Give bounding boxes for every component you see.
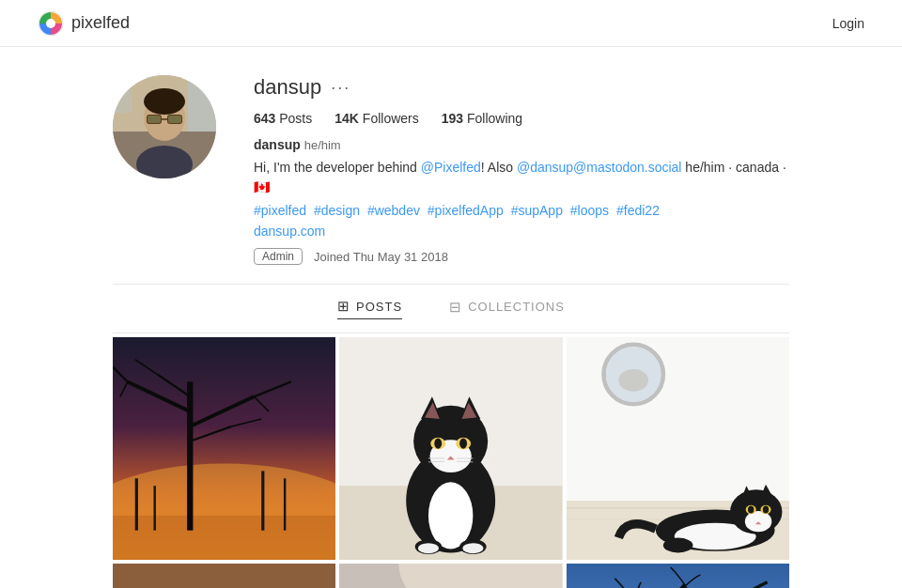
tag-webdev[interactable]: #webdev <box>367 203 420 218</box>
profile-stats: 643 Posts 14K Followers 193 Following <box>254 111 789 126</box>
admin-badge: Admin <box>254 248 303 265</box>
profile-options-button[interactable]: ··· <box>331 78 350 98</box>
profile-meta: Admin Joined Thu May 31 2018 <box>254 248 789 265</box>
svg-rect-31 <box>154 486 156 530</box>
tag-pixelfed[interactable]: #pixelfed <box>254 203 306 218</box>
svg-point-35 <box>428 482 473 549</box>
tag-fedi22[interactable]: #fedi22 <box>616 203 660 218</box>
photo-grid <box>113 337 789 588</box>
svg-point-53 <box>418 543 439 553</box>
login-button[interactable]: Login <box>832 16 864 31</box>
svg-rect-17 <box>187 381 193 530</box>
svg-rect-10 <box>168 116 181 123</box>
collections-icon: ⊟ <box>449 299 462 316</box>
svg-point-71 <box>763 506 769 514</box>
profile-header: dansup ··· 643 Posts 14K Followers 193 F… <box>113 75 789 285</box>
svg-point-44 <box>435 439 443 449</box>
tab-posts[interactable]: ⊞ POSTS <box>337 298 402 319</box>
svg-point-45 <box>459 439 467 449</box>
profile-info: dansup ··· 643 Posts 14K Followers 193 F… <box>254 75 789 265</box>
profile-display-name: dansup he/him <box>254 137 789 152</box>
tag-pixelfedapp[interactable]: #pixelfedApp <box>428 203 504 218</box>
svg-point-58 <box>618 369 648 392</box>
profile-tags: #pixelfed #design #webdev #pixelfedApp #… <box>254 203 789 218</box>
mastodon-mention-link[interactable]: @dansup@mastodon.social <box>517 160 682 175</box>
svg-point-70 <box>748 506 754 514</box>
svg-rect-16 <box>113 516 335 560</box>
profile-container: dansup ··· 643 Posts 14K Followers 193 F… <box>94 47 808 588</box>
svg-rect-13 <box>113 75 132 113</box>
profile-pronouns: he/him <box>304 138 341 152</box>
svg-rect-30 <box>135 478 138 530</box>
tag-supapp[interactable]: #supApp <box>511 203 563 218</box>
grid-item-4[interactable] <box>113 564 335 588</box>
profile-website: dansup.com <box>254 224 789 239</box>
grid-item-5[interactable] <box>339 564 562 588</box>
svg-point-73 <box>662 538 692 553</box>
grid-item-6[interactable] <box>567 564 789 588</box>
brand-logo[interactable]: pixelfed <box>38 10 130 37</box>
joined-date: Joined Thu May 31 2018 <box>314 250 448 264</box>
pixelfed-mention-link[interactable]: @Pixelfed <box>421 160 481 175</box>
following-stat[interactable]: 193 Following <box>442 111 522 126</box>
website-link[interactable]: dansup.com <box>254 224 325 239</box>
svg-point-107 <box>399 564 563 588</box>
tab-posts-label: POSTS <box>356 300 402 314</box>
tab-collections[interactable]: ⊟ COLLECTIONS <box>449 298 565 319</box>
svg-rect-12 <box>188 75 216 132</box>
username-row: dansup ··· <box>254 75 789 100</box>
grid-icon: ⊞ <box>337 298 350 315</box>
profile-bio: Hi, I'm the developer behind @Pixelfed! … <box>254 158 789 197</box>
svg-rect-28 <box>261 471 264 530</box>
tag-design[interactable]: #design <box>314 203 360 218</box>
svg-rect-29 <box>284 478 286 530</box>
brand-name: pixelfed <box>71 13 130 33</box>
navbar: pixelfed Login <box>0 0 902 47</box>
svg-point-54 <box>463 543 484 553</box>
grid-item-1[interactable] <box>113 337 335 560</box>
svg-rect-74 <box>113 564 335 588</box>
svg-point-5 <box>144 88 185 115</box>
grid-item-3[interactable] <box>567 337 789 560</box>
svg-rect-9 <box>148 116 161 123</box>
tab-collections-label: COLLECTIONS <box>468 300 565 314</box>
posts-stat: 643 Posts <box>254 111 312 126</box>
avatar-wrapper <box>113 75 216 178</box>
profile-username: dansup <box>254 75 321 100</box>
pixelfed-logo-icon <box>38 10 64 37</box>
tag-loops[interactable]: #loops <box>570 203 609 218</box>
svg-point-1 <box>46 19 55 28</box>
profile-tabs: ⊞ POSTS ⊟ COLLECTIONS <box>113 285 789 333</box>
avatar <box>113 75 216 178</box>
avatar-image <box>113 75 216 178</box>
followers-stat[interactable]: 14K Followers <box>334 111 418 126</box>
grid-item-2[interactable] <box>339 337 562 560</box>
